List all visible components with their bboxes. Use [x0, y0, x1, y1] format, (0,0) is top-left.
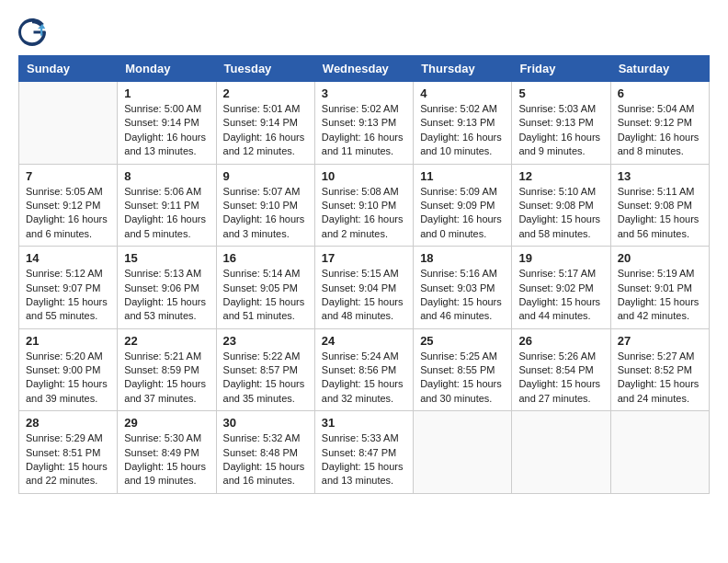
cell-info: Sunrise: 5:21 AM Sunset: 8:59 PM Dayligh…: [124, 350, 209, 407]
day-number: 9: [223, 169, 308, 183]
day-number: 31: [322, 416, 406, 430]
calendar-week-5: 28Sunrise: 5:29 AM Sunset: 8:51 PM Dayli…: [19, 411, 710, 494]
day-number: 28: [26, 416, 110, 430]
calendar-cell: 17Sunrise: 5:15 AM Sunset: 9:04 PM Dayli…: [314, 247, 413, 329]
calendar-cell: 27Sunrise: 5:27 AM Sunset: 8:52 PM Dayli…: [610, 328, 709, 411]
cell-info: Sunrise: 5:03 AM Sunset: 9:13 PM Dayligh…: [518, 102, 603, 159]
calendar-cell: 18Sunrise: 5:16 AM Sunset: 9:03 PM Dayli…: [414, 247, 512, 329]
cell-info: Sunrise: 5:33 AM Sunset: 8:47 PM Dayligh…: [322, 431, 406, 488]
cell-info: Sunrise: 5:29 AM Sunset: 8:51 PM Dayligh…: [26, 431, 110, 488]
calendar-cell: 6Sunrise: 5:04 AM Sunset: 9:12 PM Daylig…: [610, 82, 709, 165]
cell-info: Sunrise: 5:26 AM Sunset: 8:54 PM Dayligh…: [518, 350, 603, 407]
header-day-tuesday: Tuesday: [216, 56, 314, 82]
cell-info: Sunrise: 5:02 AM Sunset: 9:13 PM Dayligh…: [420, 102, 505, 159]
day-number: 3: [322, 86, 406, 100]
cell-info: Sunrise: 5:30 AM Sunset: 8:49 PM Dayligh…: [124, 431, 209, 488]
cell-info: Sunrise: 5:10 AM Sunset: 9:08 PM Dayligh…: [518, 185, 603, 242]
day-number: 1: [124, 86, 209, 100]
calendar-cell: 7Sunrise: 5:05 AM Sunset: 9:12 PM Daylig…: [19, 164, 118, 247]
day-number: 2: [223, 86, 308, 100]
calendar-cell: 23Sunrise: 5:22 AM Sunset: 8:57 PM Dayli…: [216, 328, 314, 411]
day-number: 19: [518, 251, 603, 265]
calendar-cell: 13Sunrise: 5:11 AM Sunset: 9:08 PM Dayli…: [610, 164, 709, 247]
day-number: 5: [518, 86, 603, 100]
calendar-cell: 29Sunrise: 5:30 AM Sunset: 8:49 PM Dayli…: [118, 411, 216, 494]
calendar-cell: 5Sunrise: 5:03 AM Sunset: 9:13 PM Daylig…: [512, 82, 610, 165]
day-number: 21: [26, 334, 110, 348]
day-number: 12: [518, 169, 603, 183]
calendar-week-1: 1Sunrise: 5:00 AM Sunset: 9:14 PM Daylig…: [19, 82, 710, 165]
calendar-cell: 28Sunrise: 5:29 AM Sunset: 8:51 PM Dayli…: [19, 411, 118, 494]
day-number: 23: [223, 334, 308, 348]
calendar-cell: [19, 82, 118, 165]
cell-info: Sunrise: 5:09 AM Sunset: 9:09 PM Dayligh…: [420, 185, 505, 242]
calendar-cell: 26Sunrise: 5:26 AM Sunset: 8:54 PM Dayli…: [512, 328, 610, 411]
calendar-cell: 11Sunrise: 5:09 AM Sunset: 9:09 PM Dayli…: [414, 164, 512, 247]
cell-info: Sunrise: 5:07 AM Sunset: 9:10 PM Dayligh…: [223, 185, 308, 242]
day-number: 11: [420, 169, 505, 183]
day-number: 15: [124, 251, 209, 265]
day-number: 22: [124, 334, 209, 348]
calendar-cell: 25Sunrise: 5:25 AM Sunset: 8:55 PM Dayli…: [414, 328, 512, 411]
calendar-cell: 2Sunrise: 5:01 AM Sunset: 9:14 PM Daylig…: [216, 82, 314, 165]
header-row: SundayMondayTuesdayWednesdayThursdayFrid…: [19, 56, 710, 82]
cell-info: Sunrise: 5:27 AM Sunset: 8:52 PM Dayligh…: [618, 350, 702, 407]
calendar-header: SundayMondayTuesdayWednesdayThursdayFrid…: [19, 56, 710, 82]
day-number: 14: [26, 251, 110, 265]
day-number: 24: [322, 334, 406, 348]
calendar-table: SundayMondayTuesdayWednesdayThursdayFrid…: [18, 55, 710, 494]
cell-info: Sunrise: 5:13 AM Sunset: 9:06 PM Dayligh…: [124, 267, 209, 324]
day-number: 26: [518, 334, 603, 348]
day-number: 8: [124, 169, 209, 183]
calendar-cell: 19Sunrise: 5:17 AM Sunset: 9:02 PM Dayli…: [512, 247, 610, 329]
calendar-cell: 15Sunrise: 5:13 AM Sunset: 9:06 PM Dayli…: [118, 247, 216, 329]
calendar-body: 1Sunrise: 5:00 AM Sunset: 9:14 PM Daylig…: [19, 82, 710, 494]
cell-info: Sunrise: 5:01 AM Sunset: 9:14 PM Dayligh…: [223, 102, 308, 159]
calendar-cell: 9Sunrise: 5:07 AM Sunset: 9:10 PM Daylig…: [216, 164, 314, 247]
cell-info: Sunrise: 5:02 AM Sunset: 9:13 PM Dayligh…: [322, 102, 406, 159]
cell-info: Sunrise: 5:19 AM Sunset: 9:01 PM Dayligh…: [618, 267, 702, 324]
calendar-cell: 1Sunrise: 5:00 AM Sunset: 9:14 PM Daylig…: [118, 82, 216, 165]
header-day-thursday: Thursday: [414, 56, 512, 82]
cell-info: Sunrise: 5:15 AM Sunset: 9:04 PM Dayligh…: [322, 267, 406, 324]
day-number: 29: [124, 416, 209, 430]
day-number: 30: [223, 416, 308, 430]
day-number: 10: [322, 169, 406, 183]
day-number: 20: [618, 251, 702, 265]
calendar-cell: 16Sunrise: 5:14 AM Sunset: 9:05 PM Dayli…: [216, 247, 314, 329]
calendar-cell: 31Sunrise: 5:33 AM Sunset: 8:47 PM Dayli…: [314, 411, 413, 494]
cell-info: Sunrise: 5:22 AM Sunset: 8:57 PM Dayligh…: [223, 350, 308, 407]
cell-info: Sunrise: 5:17 AM Sunset: 9:02 PM Dayligh…: [518, 267, 603, 324]
cell-info: Sunrise: 5:11 AM Sunset: 9:08 PM Dayligh…: [618, 185, 702, 242]
logo: [18, 18, 48, 46]
cell-info: Sunrise: 5:25 AM Sunset: 8:55 PM Dayligh…: [420, 350, 505, 407]
day-number: 6: [618, 86, 702, 100]
calendar-cell: 30Sunrise: 5:32 AM Sunset: 8:48 PM Dayli…: [216, 411, 314, 494]
day-number: 4: [420, 86, 505, 100]
day-number: 16: [223, 251, 308, 265]
cell-info: Sunrise: 5:16 AM Sunset: 9:03 PM Dayligh…: [420, 267, 505, 324]
cell-info: Sunrise: 5:24 AM Sunset: 8:56 PM Dayligh…: [322, 350, 406, 407]
header-day-friday: Friday: [512, 56, 610, 82]
calendar-cell: 24Sunrise: 5:24 AM Sunset: 8:56 PM Dayli…: [314, 328, 413, 411]
cell-info: Sunrise: 5:12 AM Sunset: 9:07 PM Dayligh…: [26, 267, 110, 324]
cell-info: Sunrise: 5:14 AM Sunset: 9:05 PM Dayligh…: [223, 267, 308, 324]
calendar-week-3: 14Sunrise: 5:12 AM Sunset: 9:07 PM Dayli…: [19, 247, 710, 329]
cell-info: Sunrise: 5:05 AM Sunset: 9:12 PM Dayligh…: [26, 185, 110, 242]
calendar-cell: 4Sunrise: 5:02 AM Sunset: 9:13 PM Daylig…: [414, 82, 512, 165]
calendar-cell: 3Sunrise: 5:02 AM Sunset: 9:13 PM Daylig…: [314, 82, 413, 165]
calendar-cell: 8Sunrise: 5:06 AM Sunset: 9:11 PM Daylig…: [118, 164, 216, 247]
calendar-cell: 12Sunrise: 5:10 AM Sunset: 9:08 PM Dayli…: [512, 164, 610, 247]
cell-info: Sunrise: 5:06 AM Sunset: 9:11 PM Dayligh…: [124, 185, 209, 242]
calendar-cell: 14Sunrise: 5:12 AM Sunset: 9:07 PM Dayli…: [19, 247, 118, 329]
day-number: 27: [618, 334, 702, 348]
header-day-saturday: Saturday: [610, 56, 709, 82]
calendar-week-4: 21Sunrise: 5:20 AM Sunset: 9:00 PM Dayli…: [19, 328, 710, 411]
header-day-wednesday: Wednesday: [314, 56, 413, 82]
header-day-sunday: Sunday: [19, 56, 118, 82]
day-number: 13: [618, 169, 702, 183]
day-number: 7: [26, 169, 110, 183]
day-number: 18: [420, 251, 505, 265]
calendar-cell: 10Sunrise: 5:08 AM Sunset: 9:10 PM Dayli…: [314, 164, 413, 247]
calendar-cell: 22Sunrise: 5:21 AM Sunset: 8:59 PM Dayli…: [118, 328, 216, 411]
